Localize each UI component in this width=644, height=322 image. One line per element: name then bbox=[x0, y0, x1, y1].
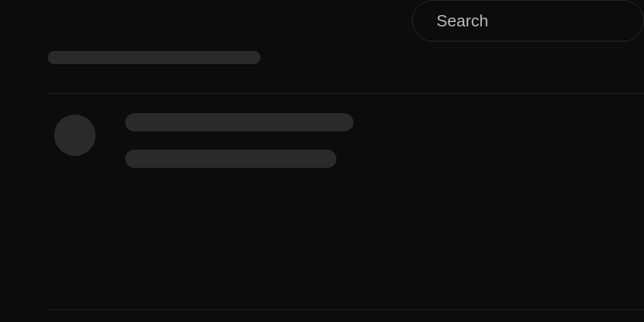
skeleton-avatar bbox=[54, 114, 96, 156]
skeleton-page-title bbox=[48, 51, 260, 64]
skeleton-list-item bbox=[54, 112, 353, 168]
page-root bbox=[0, 0, 644, 322]
divider bbox=[48, 309, 644, 310]
skeleton-line bbox=[125, 150, 336, 168]
skeleton-text-block bbox=[125, 112, 353, 168]
search-input[interactable] bbox=[436, 11, 619, 31]
search-bar[interactable] bbox=[412, 0, 644, 42]
divider bbox=[48, 93, 644, 94]
skeleton-line bbox=[125, 113, 353, 131]
